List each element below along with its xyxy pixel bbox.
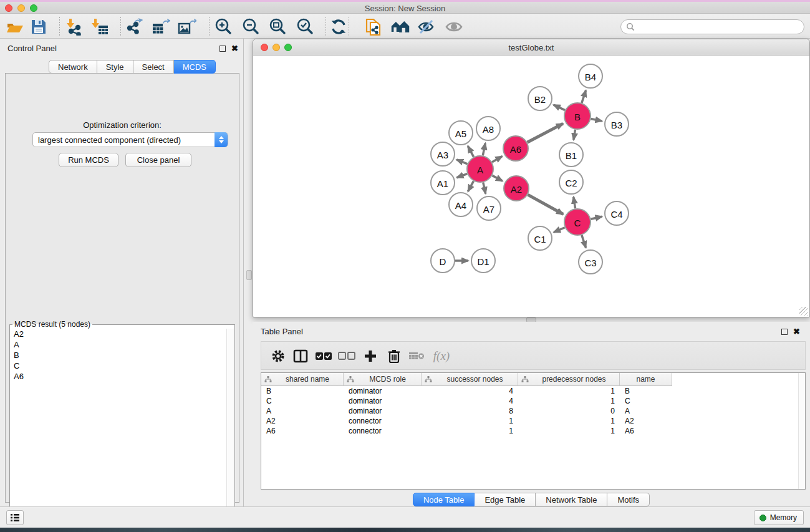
node-B2[interactable]: B2 <box>528 87 552 110</box>
tab-select[interactable]: Select <box>133 60 174 74</box>
edge-A-A3[interactable] <box>456 160 467 164</box>
mcds-result-item[interactable]: A <box>11 339 226 350</box>
column-header-predecessor-nodes[interactable]: predecessor nodes <box>518 373 620 386</box>
node-C4[interactable]: C4 <box>605 201 629 225</box>
node-A1[interactable]: A1 <box>431 171 455 195</box>
cell-predecessor-nodes[interactable]: 1 <box>518 426 620 436</box>
zoom-out-icon[interactable] <box>241 17 261 37</box>
cell-shared-name[interactable]: A6 <box>261 426 344 436</box>
cell-name[interactable]: B <box>620 386 672 396</box>
tab-motifs[interactable]: Motifs <box>607 493 650 506</box>
mcds-result-item[interactable]: C <box>11 360 226 371</box>
cell-MCDS-role[interactable]: dominator <box>344 396 422 406</box>
node-B1[interactable]: B1 <box>559 143 583 167</box>
tab-node-table[interactable]: Node Table <box>413 493 475 506</box>
node-B4[interactable]: B4 <box>579 64 602 88</box>
network-window-titlebar[interactable]: testGlobe.txt <box>253 39 809 56</box>
close-panel-icon[interactable]: ✖ <box>231 44 238 53</box>
cell-name[interactable]: C <box>620 396 672 406</box>
edge-B-B1[interactable] <box>574 130 576 140</box>
cell-shared-name[interactable]: B <box>261 386 344 396</box>
column-header-successor-nodes[interactable]: successor nodes <box>422 373 518 386</box>
node-A5[interactable]: A5 <box>449 121 473 145</box>
cell-name[interactable]: A <box>620 406 672 416</box>
tab-style[interactable]: Style <box>97 60 133 74</box>
cell-shared-name[interactable]: A2 <box>261 416 344 426</box>
cell-MCDS-role[interactable]: connector <box>344 426 422 436</box>
edge-B-B3[interactable] <box>591 118 602 121</box>
mcds-result-list[interactable]: A2ABCA6 <box>11 329 226 532</box>
close-panel-button[interactable]: Close panel <box>125 153 191 167</box>
hide-selected-icon[interactable] <box>417 17 436 37</box>
select-all-icon[interactable] <box>314 347 333 365</box>
column-header-shared-name[interactable]: shared name <box>261 373 344 386</box>
export-table-icon[interactable] <box>151 17 171 37</box>
edge-C-C1[interactable] <box>554 228 565 233</box>
export-image-icon[interactable] <box>177 17 197 37</box>
node-B3[interactable]: B3 <box>605 112 629 136</box>
table-row[interactable]: Cdominator41C <box>261 396 805 406</box>
node-C[interactable]: C <box>564 209 591 235</box>
table-row[interactable]: Bdominator41B <box>261 386 805 396</box>
cell-successor-nodes[interactable]: 1 <box>422 426 518 436</box>
tab-network[interactable]: Network <box>49 60 97 74</box>
mcds-result-item[interactable]: A6 <box>11 371 226 382</box>
table-row[interactable]: A6connector11A6 <box>261 426 805 436</box>
float-table-panel-icon[interactable] <box>781 329 788 335</box>
cell-name[interactable]: A6 <box>620 426 672 436</box>
split-column-icon[interactable] <box>291 347 310 365</box>
search-input[interactable] <box>635 21 804 32</box>
cell-predecessor-nodes[interactable]: 1 <box>518 386 620 396</box>
column-header-MCDS-role[interactable]: MCDS role <box>344 373 422 386</box>
cell-predecessor-nodes[interactable]: 1 <box>518 416 620 426</box>
cell-successor-nodes[interactable]: 4 <box>422 386 518 396</box>
edge-A6-B[interactable] <box>528 123 563 142</box>
node-D[interactable]: D <box>431 249 455 273</box>
cell-shared-name[interactable]: A <box>261 406 344 416</box>
table-scrollbar[interactable] <box>798 373 805 489</box>
edge-A-A4[interactable] <box>468 181 473 191</box>
zoom-fit-icon[interactable] <box>268 17 287 37</box>
cell-MCDS-role[interactable]: dominator <box>344 386 422 396</box>
export-network-icon[interactable] <box>124 17 144 37</box>
edge-C-C4[interactable] <box>591 216 602 219</box>
node-A6[interactable]: A6 <box>503 136 528 161</box>
edge-A-A5[interactable] <box>468 146 473 157</box>
show-all-icon[interactable] <box>444 17 464 37</box>
cell-successor-nodes[interactable]: 1 <box>422 416 518 426</box>
import-network-icon[interactable] <box>64 17 84 37</box>
node-A8[interactable]: A8 <box>476 117 500 140</box>
edge-C-C2[interactable] <box>574 197 576 209</box>
result-scrollbar[interactable] <box>226 329 234 532</box>
node-D1[interactable]: D1 <box>471 249 495 273</box>
refresh-icon[interactable] <box>329 17 349 37</box>
search-field[interactable] <box>620 19 804 34</box>
save-session-icon[interactable] <box>29 17 49 37</box>
home-icon[interactable] <box>390 17 410 37</box>
zoom-selected-icon[interactable] <box>295 17 315 37</box>
table-row[interactable]: Adominator80A <box>261 406 805 416</box>
node-A4[interactable]: A4 <box>449 193 473 216</box>
add-column-icon[interactable] <box>361 347 380 365</box>
window-resize-grip[interactable] <box>799 307 808 316</box>
node-B[interactable]: B <box>564 103 591 129</box>
node-C3[interactable]: C3 <box>579 250 602 274</box>
criterion-dropdown[interactable]: largest connected component (directed) <box>32 132 228 147</box>
tab-network-table[interactable]: Network Table <box>536 493 607 506</box>
vertical-split-handle[interactable] <box>246 270 252 280</box>
edge-A-A1[interactable] <box>457 174 468 178</box>
task-history-icon[interactable] <box>6 510 24 525</box>
memory-button[interactable]: Memory <box>754 510 804 525</box>
cell-predecessor-nodes[interactable]: 1 <box>518 396 620 406</box>
node-A7[interactable]: A7 <box>477 196 501 220</box>
cell-shared-name[interactable]: C <box>261 396 344 406</box>
edge-B-B4[interactable] <box>582 90 586 103</box>
network-canvas[interactable]: B4B2BB3A5A8A6B1A3AA1C2A2A4A7C4CC1C3DD1 <box>254 56 809 316</box>
mcds-result-item[interactable]: A2 <box>11 329 226 339</box>
table-settings-icon[interactable] <box>269 347 287 365</box>
delete-column-icon[interactable] <box>385 347 403 365</box>
run-mcds-button[interactable]: Run MCDS <box>59 153 118 167</box>
deselect-all-icon[interactable] <box>337 347 356 365</box>
node-A[interactable]: A <box>467 156 493 182</box>
open-session-icon[interactable] <box>5 17 25 37</box>
